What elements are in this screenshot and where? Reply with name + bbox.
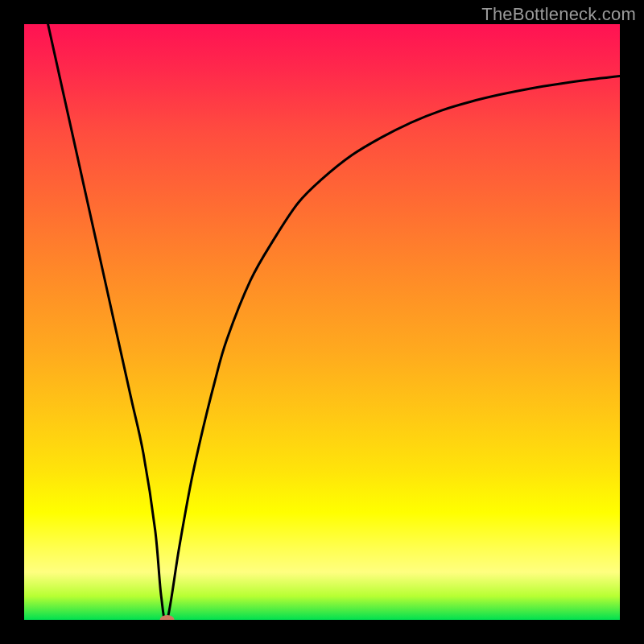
canvas-root: TheBottleneck.com [0, 0, 644, 644]
chart-svg [24, 24, 620, 620]
watermark-text: TheBottleneck.com [481, 4, 636, 25]
minimum-marker [160, 615, 175, 620]
plot-area [24, 24, 620, 620]
bottleneck-curve [48, 24, 620, 620]
